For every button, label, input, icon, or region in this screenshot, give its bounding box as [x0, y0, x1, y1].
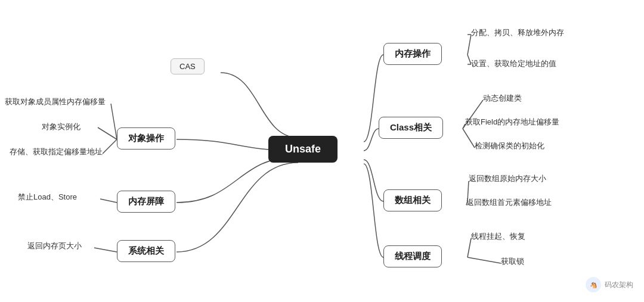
class-rel-node: Class相关: [379, 117, 443, 139]
mem-barrier-node: 内存屏障: [117, 191, 175, 213]
watermark-text: 码农架构: [605, 280, 633, 290]
sys-rel-label: 系统相关: [128, 245, 164, 257]
watermark-logo: 🐴: [586, 277, 601, 292]
center-node: Unsafe: [268, 136, 338, 163]
leaf-array-1: 返回数组原始内存大小: [469, 173, 546, 184]
leaf-mem-2: 设置、获取给定地址的值: [471, 58, 556, 69]
cas-node: CAS: [171, 58, 205, 74]
svg-line-13: [94, 248, 117, 252]
svg-line-10: [98, 127, 117, 139]
center-label: Unsafe: [285, 143, 321, 155]
mem-barrier-label: 内存屏障: [128, 196, 164, 207]
leaf-obj-2: 对象实例化: [42, 122, 80, 132]
svg-line-8: [467, 257, 501, 263]
watermark: 🐴 码农架构: [586, 277, 633, 292]
array-rel-node: 数组相关: [383, 189, 442, 211]
leaf-array-2: 返回数组首元素偏移地址: [466, 197, 552, 208]
leaf-obj-1: 获取对象成员属性内存偏移量: [5, 96, 106, 107]
leaf-thread-2: 获取锁: [501, 256, 524, 267]
leaf-class-2: 获取Field的内存地址偏移量: [465, 117, 559, 127]
leaf-barrier-1: 禁止Load、Store: [18, 192, 77, 203]
svg-line-12: [100, 199, 117, 203]
leaf-sys-1: 返回内存页大小: [27, 241, 82, 251]
class-rel-label: Class相关: [390, 122, 432, 133]
thread-sched-label: 线程调度: [395, 251, 431, 262]
leaf-mem-1: 分配、拷贝、释放堆外内存: [471, 27, 564, 38]
svg-line-9: [111, 104, 117, 139]
mem-ops-node: 内存操作: [383, 43, 442, 65]
cas-label: CAS: [179, 62, 196, 71]
thread-sched-node: 线程调度: [383, 245, 442, 267]
obj-ops-label: 对象操作: [128, 133, 164, 144]
obj-ops-node: 对象操作: [117, 127, 175, 150]
svg-line-4: [463, 129, 475, 148]
leaf-thread-1: 线程挂起、恢复: [471, 231, 525, 242]
sys-rel-node: 系统相关: [117, 240, 175, 262]
mem-ops-label: 内存操作: [395, 48, 431, 60]
svg-line-11: [103, 139, 117, 154]
mindmap-canvas: Unsafe CAS 对象操作 获取对象成员属性内存偏移量 对象实例化 存储、获…: [0, 0, 644, 302]
array-rel-label: 数组相关: [395, 195, 431, 206]
leaf-class-1: 动态创建类: [483, 93, 522, 104]
leaf-class-3: 检测确保类的初始化: [475, 141, 544, 151]
leaf-obj-3: 存储、获取指定偏移量地址: [10, 147, 103, 157]
